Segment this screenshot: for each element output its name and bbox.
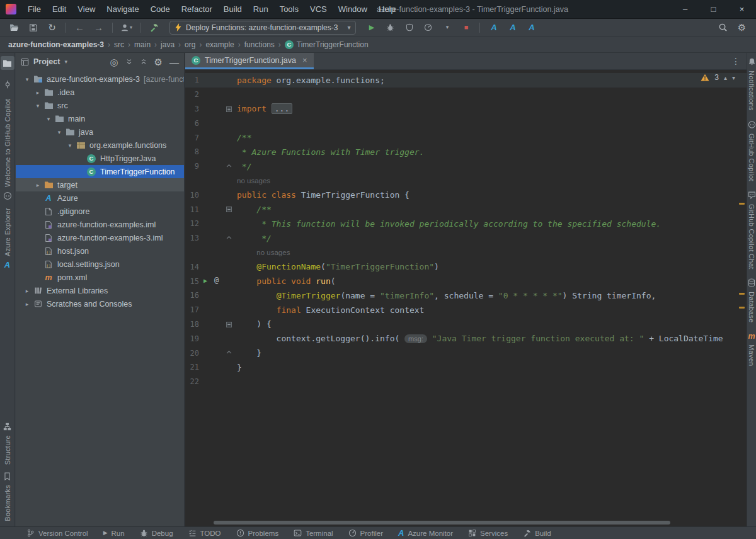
- statusbar-version-control[interactable]: Version Control: [26, 529, 88, 537]
- chevron-down-icon[interactable]: ▾: [64, 59, 67, 65]
- build-hammer-button[interactable]: [146, 21, 162, 35]
- menu-code[interactable]: Code: [145, 0, 176, 19]
- tree-item-scratches-and-consoles[interactable]: ▸Scratches and Consoles: [16, 297, 184, 310]
- tree-item-local-settings-json[interactable]: {}local.settings.json: [16, 258, 184, 271]
- line-number[interactable]: 14: [185, 263, 199, 271]
- project-tool-button[interactable]: [1, 56, 14, 70]
- breadcrumb-timertriggerfunction[interactable]: CTimerTriggerFunction: [283, 40, 370, 49]
- back-button[interactable]: ←: [72, 21, 88, 35]
- tree-item-azure-function-examples-3-iml[interactable]: azure-function-examples-3.iml: [16, 231, 184, 244]
- line-number[interactable]: 18: [185, 320, 199, 329]
- tool-button-welcome-to-github-copilot[interactable]: Welcome to GitHub Copilot: [3, 99, 12, 200]
- tree-item-pom-xml[interactable]: mpom.xml: [16, 271, 184, 284]
- tree-item-timertriggerfunction[interactable]: CTimerTriggerFunction: [16, 165, 184, 178]
- chevron-right-icon[interactable]: ▸: [22, 288, 32, 294]
- breadcrumb-example[interactable]: example: [203, 40, 236, 49]
- chevron-down-icon[interactable]: ▾: [43, 116, 54, 122]
- error-stripe-mark[interactable]: [739, 293, 745, 295]
- more-options-icon[interactable]: ⋮: [725, 53, 747, 69]
- breadcrumb-azure-function-examples-3[interactable]: azure-function-examples-3: [6, 40, 106, 49]
- breadcrumb-org[interactable]: org: [183, 40, 197, 49]
- breadcrumb-src[interactable]: src: [112, 40, 126, 49]
- chevron-down-icon[interactable]: ▾: [54, 129, 64, 135]
- tree-item-main[interactable]: ▾main: [16, 112, 184, 125]
- chevron-right-icon[interactable]: ▸: [22, 301, 32, 307]
- chevron-right-icon[interactable]: ▸: [33, 89, 43, 96]
- azure-functions-button[interactable]: A: [486, 21, 501, 35]
- azure-vm-button[interactable]: A: [524, 21, 539, 35]
- line-number[interactable]: 21: [185, 363, 199, 372]
- fold-marker-icon[interactable]: [226, 106, 232, 112]
- minimize-button[interactable]: –: [671, 0, 699, 18]
- line-number[interactable]: 2: [185, 90, 199, 99]
- tool-button-azure-explorer[interactable]: Azure ExplorerA: [4, 208, 11, 269]
- tree-item-azure[interactable]: AAzure: [16, 191, 184, 205]
- tree-item-src[interactable]: ▾src: [16, 99, 184, 112]
- chevron-down-icon[interactable]: ▾: [65, 142, 75, 149]
- fold-marker-icon[interactable]: [226, 350, 232, 354]
- tool-button-structure[interactable]: Structure: [3, 423, 11, 465]
- line-number[interactable]: 11: [185, 205, 199, 214]
- save-button[interactable]: [25, 21, 41, 35]
- tree-item-org-example-functions[interactable]: ▾org.example.functions: [16, 139, 184, 152]
- chevron-right-icon[interactable]: ▸: [33, 182, 43, 188]
- statusbar-build[interactable]: Build: [523, 530, 551, 537]
- tool-button-notifications[interactable]: Notifications: [748, 57, 756, 111]
- usages-inlay-hint[interactable]: no usages: [256, 249, 290, 256]
- user-button[interactable]: ▾: [118, 21, 134, 35]
- statusbar-run[interactable]: ▶Run: [103, 530, 125, 537]
- close-button[interactable]: ×: [728, 0, 756, 18]
- line-number[interactable]: 6: [185, 119, 199, 128]
- tree-item-idea[interactable]: ▸.idea: [16, 86, 184, 99]
- line-number[interactable]: 19: [185, 334, 199, 343]
- run-configuration-combo[interactable]: Deploy Functions: azure-function-example…: [169, 21, 356, 35]
- editor-tab[interactable]: CTimerTriggerFunction.java×: [185, 53, 314, 69]
- menu-refactor[interactable]: Refactor: [176, 0, 218, 19]
- azure-web-apps-button[interactable]: A: [505, 21, 520, 35]
- debug-button[interactable]: [382, 21, 398, 35]
- statusbar-services[interactable]: Services: [468, 529, 508, 537]
- statusbar-problems[interactable]: Problems: [236, 529, 279, 537]
- menu-vcs[interactable]: VCS: [304, 0, 333, 19]
- tool-button-database[interactable]: Database: [748, 278, 755, 323]
- breadcrumb-main[interactable]: main: [132, 40, 152, 49]
- tool-button-github-copilot[interactable]: GitHub Copilot: [748, 120, 756, 181]
- line-number[interactable]: 13: [185, 234, 199, 242]
- menu-file[interactable]: File: [22, 0, 47, 19]
- statusbar-terminal[interactable]: Terminal: [294, 529, 333, 537]
- tree-item-external-libraries[interactable]: ▸External Libraries: [16, 284, 184, 297]
- tree-item-java[interactable]: ▾java: [16, 125, 184, 139]
- tree-item-azure-function-examples-iml[interactable]: azure-function-examples.iml: [16, 218, 184, 231]
- menu-edit[interactable]: Edit: [47, 0, 72, 19]
- chevron-down-button[interactable]: ▾: [439, 21, 455, 35]
- search-button[interactable]: [715, 21, 731, 35]
- forward-button[interactable]: →: [91, 21, 106, 35]
- line-number[interactable]: 20: [185, 349, 199, 358]
- settings-button[interactable]: ⚙: [154, 57, 163, 67]
- chevron-down-icon[interactable]: ▾: [22, 76, 32, 82]
- menu-view[interactable]: View: [72, 0, 101, 19]
- prev-problem-button[interactable]: ▴: [724, 74, 727, 81]
- coverage-button[interactable]: [401, 21, 417, 35]
- menu-run[interactable]: Run: [248, 0, 274, 19]
- collapse-all-button[interactable]: [140, 58, 147, 65]
- line-number[interactable]: 15: [185, 277, 199, 286]
- maximize-button[interactable]: □: [699, 0, 728, 18]
- horizontal-scrollbar[interactable]: [214, 521, 670, 525]
- tool-button-maven[interactable]: mMaven: [748, 332, 755, 366]
- statusbar-debug[interactable]: Debug: [140, 529, 173, 537]
- breadcrumb-java[interactable]: java: [159, 40, 176, 49]
- tree-item-host-json[interactable]: {}host.json: [16, 244, 184, 258]
- tree-item-target[interactable]: ▸target: [16, 178, 184, 191]
- usages-inlay-hint[interactable]: no usages: [237, 177, 270, 184]
- line-number[interactable]: 10: [185, 191, 199, 200]
- error-stripe-mark[interactable]: [739, 203, 745, 205]
- menu-build[interactable]: Build: [218, 0, 248, 19]
- tab-close-icon[interactable]: ×: [302, 55, 307, 65]
- statusbar-profiler[interactable]: Profiler: [348, 529, 383, 537]
- line-number[interactable]: 7: [185, 133, 199, 142]
- expand-all-button[interactable]: [125, 58, 133, 65]
- line-number[interactable]: 22: [185, 377, 199, 386]
- chevron-down-icon[interactable]: ▾: [33, 103, 43, 109]
- line-number[interactable]: 3: [185, 105, 199, 113]
